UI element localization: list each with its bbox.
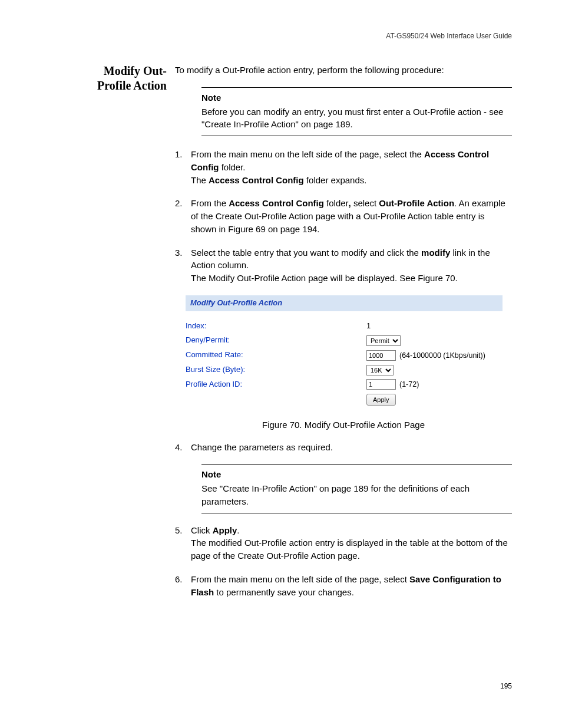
note-title: Note xyxy=(201,91,512,104)
row-committed-rate: Committed Rate: (64-1000000 (1Kbps/unit)… xyxy=(186,350,503,361)
note2-title: Note xyxy=(201,468,512,481)
step1-text-a: From the main menu on the left side of t… xyxy=(191,149,424,159)
note-box-2: Note See "Create In-Profile Action" on p… xyxy=(201,464,512,513)
label-index: Index: xyxy=(186,321,366,332)
select-deny-permit[interactable]: Permit xyxy=(366,335,401,346)
step-4: Change the parameters as required. Note … xyxy=(175,441,512,513)
step2-text-c: folder xyxy=(324,198,349,208)
step1-text-c: folder. xyxy=(219,162,245,172)
step2-text-d: select xyxy=(351,198,379,208)
step2-text-a: From the xyxy=(191,198,229,208)
step3-text-d: The Modify Out-Profile Action page will … xyxy=(191,273,458,283)
value-index: 1 xyxy=(366,321,371,332)
label-committed-rate: Committed Rate: xyxy=(186,350,366,361)
label-burst-size: Burst Size (Byte): xyxy=(186,364,366,375)
intro-text: To modify a Out-Profile action entry, pe… xyxy=(175,64,512,77)
step1-bold-e: Access Control Config xyxy=(209,175,304,185)
step4-text: Change the parameters as required. xyxy=(191,442,333,452)
step1-text-d: The xyxy=(191,175,209,185)
row-index: Index: 1 xyxy=(186,321,503,332)
step5-text-d: The modified Out-Profile action entry is… xyxy=(191,538,508,561)
step-5: Click Apply. The modified Out-Profile ac… xyxy=(175,524,512,562)
step5-bold-b: Apply xyxy=(213,525,237,535)
select-burst-size[interactable]: 16K xyxy=(366,365,394,375)
page-number: 195 xyxy=(500,681,512,691)
step5-text-c: . xyxy=(237,525,239,535)
row-deny-permit: Deny/Permit: Permit xyxy=(186,335,503,346)
input-profile-action-id[interactable] xyxy=(366,379,396,390)
procedure-steps: From the main menu on the left side of t… xyxy=(175,148,512,285)
label-profile-action-id: Profile Action ID: xyxy=(186,379,366,390)
hint-profile-action-id: (1-72) xyxy=(399,379,419,390)
procedure-steps-cont: Change the parameters as required. Note … xyxy=(175,441,512,599)
step6-text-c: to permanently save your changes. xyxy=(214,587,354,597)
step-6: From the main menu on the left side of t… xyxy=(175,573,512,599)
input-committed-rate[interactable] xyxy=(366,350,396,361)
step-1: From the main menu on the left side of t… xyxy=(175,148,512,186)
page-content: Modify Out- Profile Action To modify a O… xyxy=(0,64,562,609)
step2-bold-b: Access Control Config xyxy=(229,198,324,208)
step6-text-a: From the main menu on the left side of t… xyxy=(191,574,409,584)
row-apply: Apply xyxy=(186,394,503,406)
step3-bold-b: modify xyxy=(421,248,450,258)
figure-70: Modify Out-Profile Action Index: 1 Deny/… xyxy=(186,295,512,406)
form-table: Index: 1 Deny/Permit: Permit Committed R… xyxy=(186,321,503,406)
figure-title-bar: Modify Out-Profile Action xyxy=(186,295,503,311)
row-profile-action-id: Profile Action ID: (1-72) xyxy=(186,379,503,390)
step1-text-f: folder expands. xyxy=(304,175,367,185)
row-burst-size: Burst Size (Byte): 16K xyxy=(186,364,503,375)
heading-line1: Modify Out- xyxy=(104,64,167,77)
step-3: Select the table entry that you want to … xyxy=(175,246,512,285)
hint-committed-rate: (64-1000000 (1Kbps/unit)) xyxy=(399,350,485,361)
section-heading: Modify Out- Profile Action xyxy=(87,64,175,93)
step-2: From the Access Control Config folder, s… xyxy=(175,197,512,235)
step2-bold-e: Out-Profile Action xyxy=(379,198,454,208)
figure-caption: Figure 70. Modify Out-Profile Action Pag… xyxy=(175,419,512,431)
step3-text-a: Select the table entry that you want to … xyxy=(191,248,421,258)
step5-text-a: Click xyxy=(191,525,213,535)
note-body: Before you can modify an entry, you must… xyxy=(201,106,512,131)
heading-line2: Profile Action xyxy=(97,79,167,92)
page-header: AT-GS950/24 Web Interface User Guide xyxy=(386,31,512,41)
note2-body: See "Create In-Profile Action" on page 1… xyxy=(201,482,512,508)
apply-button[interactable]: Apply xyxy=(366,394,396,406)
note-box-1: Note Before you can modify an entry, you… xyxy=(201,87,512,136)
label-deny-permit: Deny/Permit: xyxy=(186,335,366,346)
